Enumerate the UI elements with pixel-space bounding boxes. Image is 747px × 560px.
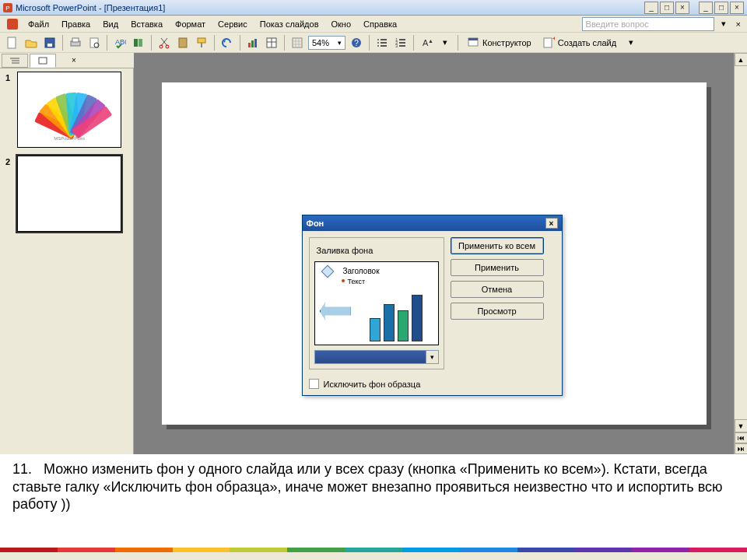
menu-format[interactable]: Формат (169, 18, 212, 30)
dialog-titlebar[interactable]: Фон × (303, 215, 562, 231)
bullets-icon[interactable] (374, 34, 391, 51)
svg-rect-38 (399, 39, 405, 40)
insert-chart-icon[interactable] (244, 34, 261, 51)
toolbar-overflow-icon[interactable]: ▾ (622, 34, 640, 51)
dialog-close-button[interactable]: × (545, 218, 558, 229)
open-icon[interactable] (23, 34, 40, 51)
svg-rect-16 (198, 38, 205, 43)
fill-color-dropdown[interactable]: ▾ (314, 350, 439, 364)
print-preview-icon[interactable] (86, 34, 103, 51)
control-menu-icon[interactable] (4, 16, 21, 33)
menu-help[interactable]: Справка (357, 18, 403, 30)
slide-canvas[interactable]: Фон × Заливка фона Заголовок Текст (162, 82, 707, 425)
svg-rect-32 (381, 39, 387, 40)
thumb-number: 1 (2, 72, 14, 82)
bar-shape-icon (412, 295, 423, 341)
menu-file[interactable]: Файл (22, 18, 55, 30)
thumbnail-pane: × 1 MSPowerPoint (0, 53, 134, 454)
cancel-button[interactable]: Отмена (451, 281, 544, 298)
workarea: × 1 MSPowerPoint (0, 53, 747, 454)
doc-close-x[interactable]: × (733, 19, 744, 29)
research-icon[interactable] (130, 34, 147, 51)
svg-rect-3 (8, 37, 16, 48)
menu-insert[interactable]: Вставка (124, 18, 169, 30)
pane-close[interactable]: × (72, 56, 76, 65)
bullet-dot-icon (342, 279, 345, 282)
scroll-down-icon[interactable]: ▼ (735, 419, 748, 432)
print-icon[interactable] (67, 34, 84, 51)
thumb-number: 2 (2, 156, 14, 166)
scroll-up-icon[interactable]: ▲ (735, 53, 748, 66)
bar-shape-icon (398, 310, 409, 341)
new-slide-button[interactable]: ✦ Создать слайд (537, 34, 622, 51)
apply-button[interactable]: Применить (451, 259, 544, 276)
design-button[interactable]: Конструктор (461, 34, 537, 51)
toolbar-options-icon[interactable]: ▾ (437, 34, 454, 51)
spellcheck-icon[interactable]: ABC (111, 34, 128, 51)
fill-preview: Заголовок Текст (314, 261, 439, 345)
thumbnail-row[interactable]: 2 (2, 156, 132, 232)
menu-tools[interactable]: Сервис (212, 18, 254, 30)
exclude-master-row[interactable]: Исключить фон образца (303, 376, 562, 395)
titlebar: P Microsoft PowerPoint - [Презентация1] … (0, 0, 747, 16)
svg-rect-18 (248, 43, 251, 47)
chevron-down-icon: ▾ (426, 351, 438, 363)
svg-rect-47 (544, 38, 552, 47)
restore-button[interactable]: □ (660, 2, 674, 14)
svg-text:?: ? (354, 39, 359, 47)
svg-rect-15 (179, 38, 187, 47)
svg-text:▲: ▲ (428, 38, 433, 44)
new-icon[interactable] (4, 34, 21, 51)
help-search-input[interactable]: Введите вопрос (582, 17, 714, 31)
svg-rect-46 (468, 38, 478, 40)
numbering-icon[interactable]: 123 (392, 34, 409, 51)
help-icon[interactable]: ? (348, 34, 365, 51)
show-grid-icon[interactable] (289, 34, 306, 51)
caption-box: 11. Можно изменить фон у одного слайда и… (0, 454, 747, 548)
doc-close-button[interactable]: × (730, 2, 744, 14)
paste-icon[interactable] (174, 34, 191, 51)
svg-rect-7 (72, 38, 79, 42)
menu-window[interactable]: Окно (325, 18, 358, 30)
prev-slide-button[interactable]: ⏮ (735, 432, 748, 443)
thumbnail-list: 1 MSPowerPoint (0, 68, 133, 454)
zoom-combobox[interactable]: 54%▾ (308, 36, 345, 50)
font-size-up-icon[interactable]: A▲ (418, 34, 435, 51)
apply-all-button[interactable]: Применить ко всем (451, 237, 544, 254)
format-painter-icon[interactable] (193, 34, 210, 51)
close-button[interactable]: × (675, 2, 689, 14)
thumbnail-slide-2[interactable] (17, 156, 121, 232)
svg-point-35 (377, 45, 379, 47)
save-icon[interactable] (41, 34, 58, 51)
doc-minimize-button[interactable]: _ (699, 2, 713, 14)
title-text: Microsoft PowerPoint - [Презентация1] (16, 3, 165, 12)
exclude-master-checkbox[interactable] (309, 379, 319, 389)
svg-rect-2 (7, 19, 18, 30)
thumbnail-row[interactable]: 1 MSPowerPoint (2, 72, 132, 148)
next-slide-button[interactable]: ⏭ (735, 443, 748, 454)
vertical-scrollbar[interactable]: ▲ ▼ ⏮ ⏭ (734, 53, 747, 454)
tab-outline[interactable] (2, 54, 28, 68)
menu-view[interactable]: Вид (96, 18, 124, 30)
dialog-title-text: Фон (307, 219, 324, 228)
thumbnail-slide-1[interactable]: MSPowerPoint (17, 72, 121, 148)
svg-text:✦: ✦ (552, 37, 555, 43)
zoom-value: 54% (312, 38, 329, 47)
menu-slideshow[interactable]: Показ слайдов (254, 18, 325, 30)
tab-slides[interactable] (30, 54, 56, 68)
preview-button[interactable]: Просмотр (451, 303, 544, 320)
bar-shape-icon (384, 304, 395, 341)
caption-number: 11. (12, 461, 32, 477)
cut-icon[interactable] (156, 34, 173, 51)
svg-rect-20 (254, 39, 257, 47)
color-fan-graphic (38, 80, 100, 135)
menu-edit[interactable]: Правка (55, 18, 96, 30)
insert-table-icon[interactable] (263, 34, 280, 51)
svg-text:3: 3 (395, 44, 398, 48)
svg-rect-19 (251, 40, 254, 47)
minimize-button[interactable]: _ (644, 2, 658, 14)
footer-color-stripe (0, 548, 747, 552)
undo-icon[interactable] (219, 34, 236, 51)
help-dropdown-icon[interactable]: ▾ (715, 16, 732, 33)
doc-restore-button[interactable]: □ (714, 2, 728, 14)
